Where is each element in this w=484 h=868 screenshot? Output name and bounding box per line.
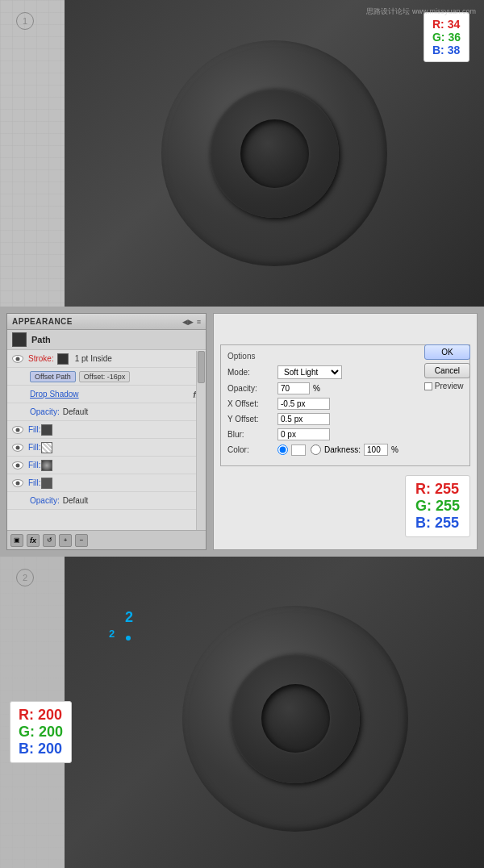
x-offset-input[interactable] — [277, 398, 330, 410]
x-offset-row: X Offset: — [227, 398, 463, 410]
panel-resize-icon[interactable]: ◀▶ — [182, 318, 194, 326]
panel-bottom-bar: ▣ fx ↺ + − — [7, 530, 206, 549]
darkness-label: Darkness: — [324, 445, 361, 454]
darkness-unit: % — [391, 445, 398, 454]
stroke-row: Stroke: 1 pt Inside — [7, 350, 206, 368]
fill1-swatch[interactable] — [41, 424, 52, 436]
opacity-row-2: Opacity: Default — [7, 492, 206, 510]
design-circle-group-bottom — [182, 606, 408, 832]
darkness-input[interactable] — [364, 444, 388, 456]
bottom-icon-fx[interactable]: fx — [27, 534, 40, 547]
stroke-label[interactable]: Stroke: — [28, 354, 54, 363]
mid-circle — [210, 89, 339, 218]
color-radio[interactable] — [277, 444, 288, 455]
rgb-badge-bottom: R: 200 G: 200 B: 200 — [10, 701, 72, 763]
bottom-icon-remove[interactable]: − — [75, 534, 88, 547]
fill-row-2: Fill: — [7, 439, 206, 457]
panel-controls[interactable]: ◀▶ ≡ — [182, 318, 201, 326]
top-canvas-section: 思路设计论坛 www.missyuan.com 1 R: 34 G: 36 B:… — [0, 0, 484, 307]
fill4-visibility-icon[interactable] — [12, 479, 23, 487]
mode-select[interactable]: Soft Light — [277, 365, 342, 379]
bottom-canvas-section: 2 2 2 R: 200 G: 200 B: 200 — [0, 557, 484, 868]
fill-row-3: Fill: — [7, 457, 206, 474]
offset-path-btn[interactable]: Offset Path — [30, 371, 76, 382]
drop-shadow-row: Drop Shadow fx — [7, 386, 206, 403]
fill-row-4: Fill: — [7, 474, 206, 492]
panel-menu-icon[interactable]: ≡ — [197, 318, 201, 326]
outer-circle-bottom — [182, 606, 408, 832]
opacity-value-1: Default — [63, 407, 89, 416]
offset-path-row: Offset Path Offset: -16px — [7, 368, 206, 386]
drop-shadow-dialog: Options Mode: Soft Light Opacity: % X Of… — [213, 313, 478, 550]
mode-label: Mode: — [227, 368, 274, 377]
opacity-dialog-input[interactable] — [277, 382, 310, 394]
panel-path-header: Path — [7, 330, 206, 350]
opacity-label-2: Opacity: — [30, 496, 60, 505]
bottom-icon-add[interactable]: + — [59, 534, 72, 547]
blur-label: Blur: — [227, 430, 274, 439]
stroke-value: 1 pt Inside — [75, 354, 112, 363]
path-icon — [12, 332, 27, 347]
fill-row-1: Fill: — [7, 421, 206, 439]
fill3-visibility-icon[interactable] — [12, 461, 23, 469]
stroke-color-swatch[interactable] — [57, 353, 69, 365]
annotation-dot — [126, 636, 131, 641]
fill4-swatch[interactable] — [41, 478, 52, 489]
blur-row: Blur: — [227, 428, 463, 440]
fill-label-2: Fill: — [28, 443, 41, 452]
fill2-visibility-icon[interactable] — [12, 444, 23, 452]
canvas-main-top — [65, 0, 484, 307]
watermark: 思路设计论坛 www.missyuan.com — [366, 6, 476, 17]
fill-label-4: Fill: — [28, 478, 41, 487]
dialog-inner: Options Mode: Soft Light Opacity: % X Of… — [214, 314, 477, 473]
color-swatch[interactable] — [291, 444, 306, 456]
appearance-panel: APPEARANCE ◀▶ ≡ Path Stroke: 1 pt Inside… — [6, 313, 207, 550]
preview-checkbox-label: Preview — [424, 382, 470, 390]
x-offset-label: X Offset: — [227, 399, 274, 408]
opacity-unit: % — [313, 384, 320, 393]
offset-value-btn[interactable]: Offset: -16px — [79, 371, 130, 382]
bottom-icon-shape[interactable]: ▣ — [10, 534, 23, 547]
inner-circle-bottom — [261, 684, 330, 753]
annotation-2-label: 2 — [125, 609, 133, 626]
darkness-radio[interactable] — [311, 444, 321, 455]
step-number-1: 1 — [16, 12, 34, 30]
path-label: Path — [31, 335, 51, 344]
opacity-value-2: Default — [63, 496, 89, 505]
fill-label-1: Fill: — [28, 425, 41, 434]
annotation-2b-label: 2 — [109, 628, 115, 640]
panel-title: APPEARANCE — [12, 317, 73, 326]
canvas-main-bottom — [65, 557, 484, 868]
canvas-grid-left — [0, 0, 65, 307]
stroke-visibility-icon[interactable] — [12, 355, 23, 363]
panel-scrollbar[interactable] — [196, 351, 206, 530]
color-row: Color: Darkness: % — [227, 444, 463, 456]
rgb-badge-dialog: R: 255 G: 255 B: 255 — [405, 475, 470, 537]
opacity-row-1: Opacity: Default — [7, 403, 206, 421]
design-circle-group — [161, 40, 387, 266]
y-offset-label: Y Offset: — [227, 415, 274, 424]
step-number-2: 2 — [16, 569, 34, 586]
outer-circle — [161, 40, 387, 266]
rgb-badge-top: R: 34 G: 36 B: 38 — [424, 12, 469, 62]
ok-button[interactable]: OK — [424, 344, 470, 360]
bottom-icon-refresh[interactable]: ↺ — [43, 534, 56, 547]
fill3-swatch[interactable] — [41, 460, 52, 471]
fill-label-3: Fill: — [28, 461, 41, 469]
drop-shadow-label[interactable]: Drop Shadow — [30, 390, 79, 399]
preview-checkbox[interactable] — [424, 382, 432, 390]
color-label: Color: — [227, 445, 274, 454]
cancel-button[interactable]: Cancel — [424, 363, 470, 378]
middle-panels-section: APPEARANCE ◀▶ ≡ Path Stroke: 1 pt Inside… — [0, 307, 484, 557]
blur-input[interactable] — [277, 428, 330, 440]
mid-circle-bottom — [231, 654, 360, 783]
fill2-swatch[interactable] — [41, 442, 52, 453]
opacity-dialog-label: Opacity: — [227, 384, 274, 393]
y-offset-row: Y Offset: — [227, 413, 463, 425]
inner-circle — [240, 119, 309, 188]
fill1-visibility-icon[interactable] — [12, 426, 23, 434]
y-offset-input[interactable] — [277, 413, 330, 425]
panel-titlebar: APPEARANCE ◀▶ ≡ — [7, 314, 206, 330]
opacity-label-1: Opacity: — [30, 407, 60, 416]
scrollbar-thumb[interactable] — [198, 351, 205, 383]
